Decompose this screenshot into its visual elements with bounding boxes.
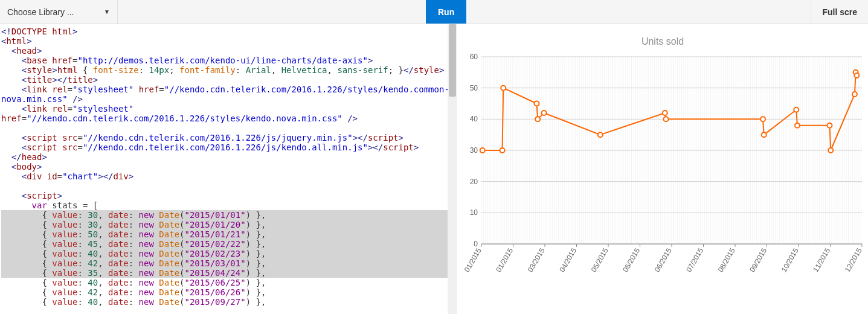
svg-point-234: [762, 132, 767, 137]
svg-text:05/2015: 05/2015: [621, 246, 641, 274]
run-button[interactable]: Run: [426, 0, 466, 24]
svg-point-227: [534, 101, 539, 106]
svg-text:12/2015: 12/2015: [843, 246, 864, 274]
svg-text:01/2015: 01/2015: [494, 246, 515, 274]
preview-pane: Units sold 010203040506001/201501/201503…: [457, 24, 868, 314]
svg-text:03/2015: 03/2015: [526, 246, 547, 274]
svg-text:20: 20: [470, 178, 478, 186]
toolbar: Choose Library ... ▼ Run Full scre: [0, 0, 868, 24]
svg-text:10: 10: [470, 208, 478, 217]
toolbar-spacer-left: [118, 0, 426, 24]
svg-point-229: [542, 111, 547, 115]
library-dropdown-label: Choose Library ...: [7, 7, 74, 17]
svg-text:08/2015: 08/2015: [716, 246, 737, 274]
svg-text:60: 60: [470, 53, 478, 61]
svg-point-230: [598, 132, 603, 137]
svg-text:06/2015: 06/2015: [653, 246, 674, 274]
svg-text:40: 40: [470, 115, 478, 123]
svg-point-238: [828, 148, 833, 153]
fullscreen-button[interactable]: Full scre: [811, 0, 868, 24]
chart-title: Units sold: [457, 36, 868, 47]
svg-text:11/2015: 11/2015: [811, 246, 832, 274]
svg-text:01/2015: 01/2015: [463, 246, 483, 274]
svg-point-224: [480, 148, 485, 153]
svg-point-233: [760, 117, 765, 121]
svg-text:04/2015: 04/2015: [558, 246, 578, 274]
svg-text:09/2015: 09/2015: [748, 246, 768, 274]
svg-point-236: [795, 123, 800, 128]
svg-point-226: [501, 86, 506, 91]
svg-text:05/2015: 05/2015: [590, 246, 610, 274]
svg-text:07/2015: 07/2015: [684, 246, 705, 274]
svg-text:30: 30: [470, 146, 478, 155]
svg-point-241: [854, 73, 859, 78]
scrollbar-thumb[interactable]: [449, 24, 456, 97]
editor-scrollbar[interactable]: [448, 24, 457, 314]
chart-svg: 010203040506001/201501/201503/201504/201…: [457, 51, 868, 310]
svg-point-235: [794, 107, 799, 112]
svg-point-225: [500, 148, 505, 153]
chevron-down-icon: ▼: [104, 8, 110, 15]
svg-point-239: [852, 92, 857, 97]
svg-text:50: 50: [470, 84, 478, 92]
library-dropdown[interactable]: Choose Library ... ▼: [0, 0, 118, 24]
toolbar-spacer-right: [466, 0, 811, 24]
svg-point-228: [535, 117, 540, 121]
main-area: <!DOCTYPE html> <html> <head> <base href…: [0, 24, 868, 314]
chart: 010203040506001/201501/201503/201504/201…: [457, 51, 868, 312]
code-content: <!DOCTYPE html> <html> <head> <base href…: [0, 24, 457, 309]
svg-point-232: [664, 117, 669, 121]
code-editor[interactable]: <!DOCTYPE html> <html> <head> <base href…: [0, 24, 457, 314]
svg-point-231: [663, 111, 667, 115]
svg-point-237: [827, 123, 832, 128]
svg-text:10/2015: 10/2015: [780, 246, 800, 274]
